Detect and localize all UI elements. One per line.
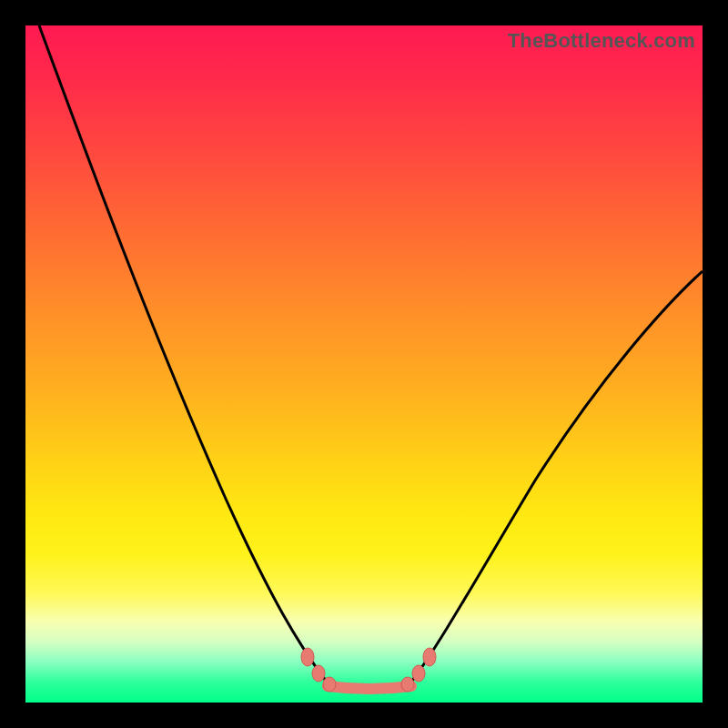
curve-svg — [25, 25, 703, 703]
marker-dot — [401, 677, 414, 692]
flat-bottom-segment — [328, 686, 411, 689]
curve-left — [39, 25, 326, 681]
marker-dot — [412, 665, 425, 682]
marker-dot — [323, 677, 336, 692]
curve-right — [412, 271, 703, 681]
marker-dot — [423, 648, 436, 666]
plot-area: TheBottleneck.com — [25, 25, 703, 703]
marker-dot — [312, 665, 325, 682]
marker-dot — [301, 648, 314, 666]
chart-frame: TheBottleneck.com — [0, 0, 728, 728]
